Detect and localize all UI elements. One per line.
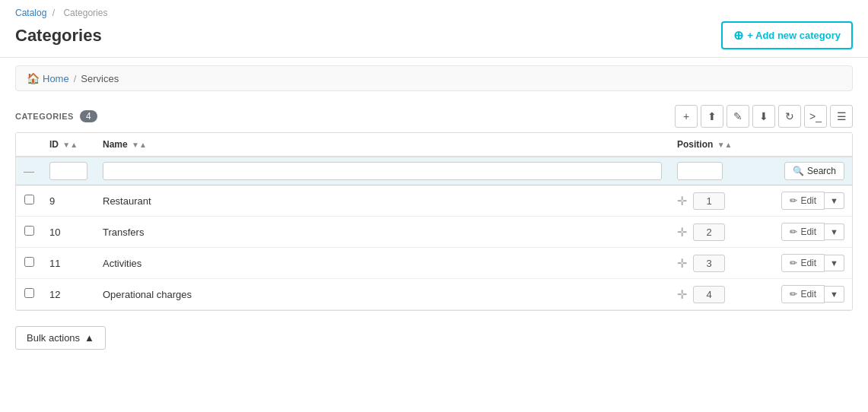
edit-label: Edit [800, 227, 816, 237]
home-link[interactable]: 🏠 Home [27, 72, 69, 84]
row-11-checkbox[interactable] [24, 257, 34, 267]
home-label: Home [43, 73, 69, 84]
row-11-position: ✛ 3 [669, 248, 761, 279]
breadcrumb-top: Catalog / Categories [15, 8, 853, 18]
row-9-edit-dropdown[interactable]: ▼ [825, 192, 844, 209]
toolbar-download-button[interactable]: ⬇ [752, 105, 775, 128]
bulk-actions-button[interactable]: Bulk actions ▲ [15, 326, 106, 350]
name-sort-icon[interactable]: ▼▲ [132, 141, 147, 149]
pencil-icon: ✏ [790, 195, 797, 206]
row-10-name: Transfers [95, 217, 669, 248]
row-12-edit-dropdown[interactable]: ▼ [825, 286, 844, 303]
row-10-pos-box: 2 [693, 223, 725, 241]
add-new-category-button[interactable]: ⊕ + Add new category [721, 21, 853, 49]
row-10-check-cell [16, 217, 42, 248]
row-11-actions: ✏ Edit ▼ [761, 248, 852, 279]
row-12-position: ✛ 4 [669, 279, 761, 310]
toolbar-refresh-button[interactable]: ↻ [778, 105, 801, 128]
toolbar-refresh-icon: ↻ [785, 110, 794, 122]
filter-pos-input[interactable] [677, 162, 723, 180]
row-9-edit-button[interactable]: ✏ Edit [781, 192, 825, 210]
toolbar-add-icon: + [683, 110, 689, 122]
toolbar-terminal-icon: >_ [809, 110, 822, 122]
row-12-name: Operational charges [95, 279, 669, 310]
row-10-id: 10 [42, 217, 95, 248]
row-11-drag-handle[interactable]: ✛ [677, 256, 687, 271]
row-12-checkbox[interactable] [24, 288, 34, 298]
row-11-edit-dropdown[interactable]: ▼ [825, 255, 844, 271]
bulk-actions-section: Bulk actions ▲ [15, 326, 853, 350]
row-11-id: 11 [42, 248, 95, 279]
table-row: 9 Restaurant ✛ 1 ✏ [16, 185, 852, 217]
filter-dash: — [24, 165, 34, 177]
toolbar-upload-button[interactable]: ⬆ [701, 105, 723, 128]
row-12-id: 12 [42, 279, 95, 310]
pencil-icon: ✏ [790, 289, 797, 299]
row-10-actions: ✏ Edit ▼ [761, 217, 852, 248]
nav-separator: / [74, 73, 77, 84]
toolbar-edit-icon: ✎ [733, 110, 742, 122]
toolbar-icons: + ⬆ ✎ ⬇ ↻ >_ ☰ [675, 105, 853, 128]
edit-label: Edit [800, 195, 816, 206]
toolbar-terminal-button[interactable]: >_ [804, 105, 827, 128]
edit-label: Edit [800, 289, 816, 299]
row-9-drag-handle[interactable]: ✛ [677, 194, 687, 208]
toolbar-edit-button[interactable]: ✎ [727, 105, 749, 128]
search-icon: 🔍 [793, 166, 804, 176]
col-header-name: Name ▼▲ [95, 133, 669, 157]
home-icon: 🏠 [27, 72, 40, 84]
filter-name-cell [95, 157, 669, 185]
categories-table: ID ▼▲ Name ▼▲ Position ▼▲ [15, 132, 853, 311]
col-header-id: ID ▼▲ [42, 133, 95, 157]
filter-name-input[interactable] [103, 162, 662, 180]
row-10-checkbox[interactable] [24, 226, 34, 236]
pencil-icon: ✏ [790, 227, 797, 237]
filter-search-cell: 🔍 Search [761, 157, 852, 185]
search-button[interactable]: 🔍 Search [784, 162, 844, 180]
toolbar-columns-icon: ☰ [837, 110, 847, 122]
row-11-check-cell [16, 248, 42, 279]
table-row: 10 Transfers ✛ 2 ✏ [16, 217, 852, 248]
position-sort-icon[interactable]: ▼▲ [717, 141, 733, 149]
row-9-actions: ✏ Edit ▼ [761, 185, 852, 217]
toolbar-columns-button[interactable]: ☰ [830, 105, 853, 128]
filter-id-input[interactable] [49, 162, 87, 180]
edit-label: Edit [800, 258, 816, 268]
col-header-position: Position ▼▲ [669, 133, 761, 157]
toolbar-add-button[interactable]: + [675, 105, 698, 128]
row-12-edit-button[interactable]: ✏ Edit [781, 285, 825, 303]
row-9-name: Restaurant [95, 185, 669, 217]
categories-count-badge: 4 [80, 110, 97, 122]
row-9-check-cell [16, 185, 42, 217]
col-header-check [16, 133, 42, 157]
breadcrumb-sep1: / [52, 8, 55, 18]
filter-dash-cell: — [16, 157, 42, 185]
row-12-actions: ✏ Edit ▼ [761, 279, 852, 310]
row-10-edit-button[interactable]: ✏ Edit [781, 223, 825, 241]
row-12-check-cell [16, 279, 42, 310]
breadcrumb-catalog-link[interactable]: Catalog [15, 8, 46, 18]
table-row: 11 Activities ✛ 3 ✏ [16, 248, 852, 279]
add-button-label: + Add new category [747, 30, 841, 41]
filter-row: — 🔍 [16, 157, 852, 185]
row-9-id: 9 [42, 185, 95, 217]
row-12-drag-handle[interactable]: ✛ [677, 287, 687, 302]
row-11-edit-button[interactable]: ✏ Edit [781, 254, 825, 272]
categories-label: CATEGORIES [15, 112, 74, 121]
breadcrumb-categories: Categories [63, 8, 107, 18]
row-11-pos-box: 3 [693, 255, 725, 272]
row-9-checkbox[interactable] [24, 195, 34, 204]
nav-current: Services [81, 73, 119, 84]
row-9-pos-box: 1 [693, 192, 725, 210]
breadcrumb-nav: 🏠 Home / Services [15, 65, 853, 91]
table-row: 12 Operational charges ✛ 4 ✏ [16, 279, 852, 310]
row-9-position: ✛ 1 [669, 185, 761, 217]
add-circle-icon: ⊕ [733, 28, 743, 43]
page-title: Categories [15, 26, 102, 46]
row-10-edit-dropdown[interactable]: ▼ [825, 223, 844, 240]
bulk-actions-label: Bulk actions [27, 332, 80, 344]
row-10-drag-handle[interactable]: ✛ [677, 225, 687, 239]
filter-pos-cell [669, 157, 761, 185]
id-sort-icon[interactable]: ▼▲ [62, 141, 78, 149]
filter-id-cell [42, 157, 95, 185]
